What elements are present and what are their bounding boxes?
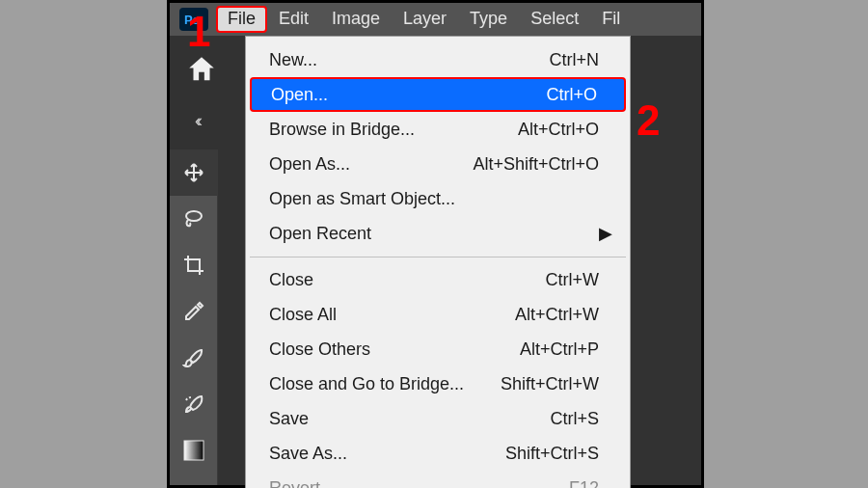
crop-tool-icon[interactable] xyxy=(170,242,217,288)
svg-point-2 xyxy=(186,211,202,221)
menubar: Ps File Edit Image Layer Type Select Fil xyxy=(170,3,701,36)
menu-layer[interactable]: Layer xyxy=(392,5,458,34)
menuitem-shortcut: Ctrl+N xyxy=(549,47,599,72)
menuitem-close-others[interactable]: Close Others Alt+Ctrl+P xyxy=(246,332,630,366)
menuitem-label: New... xyxy=(269,47,549,72)
menuitem-shortcut: Ctrl+S xyxy=(550,406,599,431)
menuitem-label: Close and Go to Bridge... xyxy=(269,371,501,396)
collapse-panel-icon[interactable]: ‹‹ xyxy=(195,111,199,131)
menuitem-label: Save xyxy=(269,406,550,431)
gradient-tool-icon[interactable] xyxy=(170,427,217,474)
annotation-1: 1 xyxy=(187,8,210,56)
brush-tool-icon[interactable] xyxy=(170,335,217,381)
menuitem-label: Browse in Bridge... xyxy=(269,117,518,142)
menuitem-shortcut: Ctrl+O xyxy=(546,82,597,107)
menuitem-close-and-go-to-bridge[interactable]: Close and Go to Bridge... Shift+Ctrl+W xyxy=(246,366,630,401)
menuitem-shortcut: Ctrl+W xyxy=(546,267,600,292)
menuitem-label: Close All xyxy=(269,302,515,327)
menuitem-save[interactable]: Save Ctrl+S xyxy=(246,401,630,436)
menuitem-label: Open Recent xyxy=(269,221,599,246)
menuitem-label: Revert xyxy=(269,475,569,488)
menuitem-label: Save As... xyxy=(269,441,505,466)
menuitem-revert: Revert F12 xyxy=(246,471,630,488)
menu-separator xyxy=(250,257,626,258)
menuitem-shortcut: Alt+Ctrl+P xyxy=(520,337,599,362)
menu-type[interactable]: Type xyxy=(458,5,519,34)
menuitem-label: Close Others xyxy=(269,337,520,362)
move-tool-icon[interactable] xyxy=(170,149,217,196)
menuitem-new[interactable]: New... Ctrl+N xyxy=(246,42,630,77)
menu-file[interactable]: File xyxy=(216,6,267,33)
menuitem-label: Open As... xyxy=(269,151,473,176)
history-brush-tool-icon[interactable] xyxy=(170,381,217,427)
left-strip: ‹‹ xyxy=(170,36,245,485)
menuitem-browse-in-bridge[interactable]: Browse in Bridge... Alt+Ctrl+O xyxy=(246,112,630,147)
menuitem-open-recent[interactable]: Open Recent ▶ xyxy=(246,216,630,251)
submenu-arrow-icon: ▶ xyxy=(599,221,612,246)
lasso-tool-icon[interactable] xyxy=(170,196,217,242)
home-icon[interactable] xyxy=(185,53,218,90)
menuitem-label: Close xyxy=(269,267,546,292)
svg-rect-3 xyxy=(184,441,203,460)
menuitem-save-as[interactable]: Save As... Shift+Ctrl+S xyxy=(246,436,630,471)
menuitem-close-all[interactable]: Close All Alt+Ctrl+W xyxy=(246,297,630,332)
menuitem-shortcut: Alt+Ctrl+W xyxy=(515,302,599,327)
tool-column xyxy=(170,149,218,485)
app-body: ‹‹ xyxy=(170,36,701,485)
annotation-2: 2 xyxy=(637,96,660,145)
menuitem-label: Open as Smart Object... xyxy=(269,186,599,211)
menuitem-open-as[interactable]: Open As... Alt+Shift+Ctrl+O xyxy=(246,147,630,181)
menuitem-close[interactable]: Close Ctrl+W xyxy=(246,262,630,297)
menu-filter[interactable]: Fil xyxy=(590,5,632,34)
menuitem-label: Open... xyxy=(271,82,546,107)
menuitem-open-as-smart-object[interactable]: Open as Smart Object... xyxy=(246,181,630,216)
menuitem-shortcut: Shift+Ctrl+S xyxy=(505,441,599,466)
menuitem-shortcut: F12 xyxy=(569,475,599,488)
eyedropper-tool-icon[interactable] xyxy=(170,288,217,335)
menuitem-shortcut: Alt+Shift+Ctrl+O xyxy=(473,151,599,176)
menu-image[interactable]: Image xyxy=(320,5,392,34)
menuitem-shortcut: Shift+Ctrl+W xyxy=(501,371,599,396)
menu-select[interactable]: Select xyxy=(519,5,590,34)
file-menu-dropdown: New... Ctrl+N Open... Ctrl+O Browse in B… xyxy=(245,36,631,488)
menuitem-open[interactable]: Open... Ctrl+O xyxy=(250,77,626,112)
menuitem-shortcut: Alt+Ctrl+O xyxy=(518,117,599,142)
menu-edit[interactable]: Edit xyxy=(267,5,320,34)
app-window: Ps File Edit Image Layer Type Select Fil… xyxy=(167,0,704,488)
